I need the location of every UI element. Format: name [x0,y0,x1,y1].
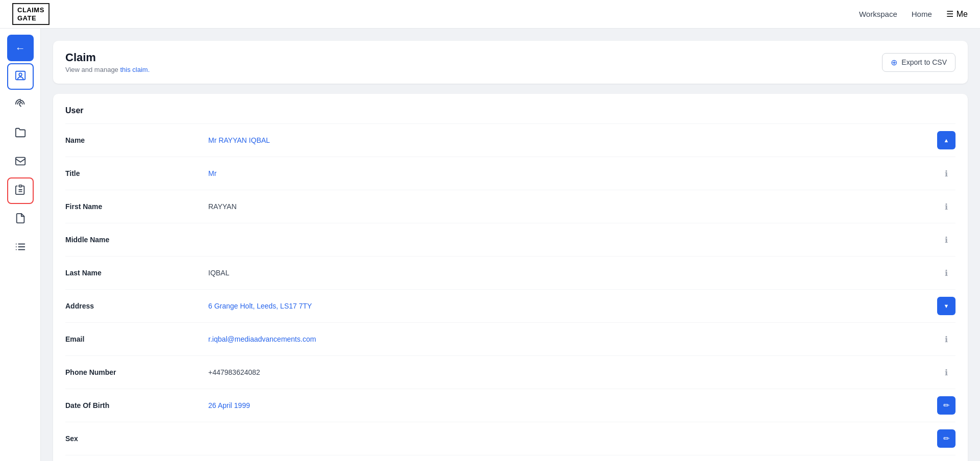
field-label: Date Of Birth [65,401,208,409]
table-row: NameMr RAYYAN IQBAL▲ [65,123,955,157]
chevron-up-button[interactable]: ▲ [937,131,955,149]
sidebar-list-button[interactable] [7,235,34,261]
info-button[interactable]: ℹ [937,197,955,216]
info-button[interactable]: ℹ [937,231,955,249]
sidebar-document-button[interactable] [7,206,34,233]
table-row: First NameRAYYANℹ [65,190,955,223]
chevron-down-button[interactable]: ▼ [937,297,955,315]
field-label: Sex [65,434,208,443]
field-label: Name [65,136,208,144]
field-label: Last Name [65,269,208,277]
sidebar-fingerprint-button[interactable] [7,92,34,118]
sidebar-folder-button[interactable] [7,120,34,147]
table-row: Last NameIQBALℹ [65,256,955,289]
field-value: +447983624082 [208,368,937,376]
info-button[interactable]: ℹ [937,264,955,282]
home-link[interactable]: Home [912,10,932,18]
table-row: Phone Number+447983624082ℹ [65,355,955,389]
export-label: Export to CSV [901,58,947,66]
info-icon: ℹ [945,235,948,245]
table-row: TitleMrℹ [65,157,955,190]
page-header-text: Claim View and manage this claim. [65,51,150,73]
field-value: IQBAL [208,269,937,277]
fingerprint-icon [15,98,26,112]
info-icon: ℹ [945,335,948,344]
nav-links: Workspace Home ☰ Me [859,9,968,19]
field-value: 26 April 1999 [208,401,937,409]
edit-button[interactable]: ✏ [937,429,955,448]
folder-icon [15,127,26,141]
field-value: Mr [208,169,937,177]
export-icon: ⊕ [891,58,897,67]
page-title: Claim [65,51,150,64]
pencil-icon: ✏ [943,401,950,410]
main-content: Claim View and manage this claim. ⊕ Expo… [41,29,980,461]
info-button[interactable]: ℹ [937,164,955,183]
back-icon: ← [15,42,26,54]
hamburger-icon: ☰ [946,9,953,19]
field-label: Address [65,302,208,310]
chevron-up-icon: ▲ [944,137,949,143]
page-subtitle: View and manage this claim. [65,66,150,73]
svg-point-1 [19,73,22,76]
workspace-link[interactable]: Workspace [859,10,897,18]
page-header-card: Claim View and manage this claim. ⊕ Expo… [53,41,968,84]
chevron-down-icon: ▼ [944,303,949,309]
field-label: Middle Name [65,236,208,244]
info-icon: ℹ [945,368,948,377]
logo: CLAIMS GATE [12,3,50,25]
field-value: Mr RAYYAN IQBAL [208,136,937,144]
field-value: RAYYAN [208,202,937,211]
table-row: Middle Nameℹ [65,223,955,256]
fields-container: NameMr RAYYAN IQBAL▲TitleMrℹFirst NameRA… [65,123,955,461]
info-button[interactable]: ℹ [937,363,955,381]
pencil-icon: ✏ [943,434,950,443]
sidebar-contact-button[interactable] [7,63,34,90]
sidebar: ← [0,29,41,461]
sidebar-back-button[interactable]: ← [7,35,34,61]
info-icon: ℹ [945,169,948,178]
sidebar-mail-button[interactable] [7,149,34,175]
export-csv-button[interactable]: ⊕ Export to CSV [882,53,955,72]
me-menu[interactable]: ☰ Me [946,9,968,19]
main-layout: ← [0,0,980,461]
user-section-card: User NameMr RAYYAN IQBAL▲TitleMrℹFirst N… [53,94,968,461]
field-label: Email [65,335,208,343]
info-button[interactable]: ℹ [937,330,955,348]
table-row: Date Of Birth26 April 1999✏ [65,389,955,422]
document-icon [15,213,26,226]
field-value: r.iqbal@mediaadvancements.com [208,335,937,343]
info-icon: ℹ [945,268,948,278]
svg-rect-2 [15,157,24,165]
me-label: Me [957,10,968,19]
table-row: Address6 Grange Holt, Leeds, LS17 7TY▼ [65,289,955,322]
edit-button[interactable]: ✏ [937,396,955,415]
svg-rect-3 [19,185,22,187]
mail-icon [15,156,26,169]
claim-link[interactable]: this claim. [120,66,150,73]
info-icon: ℹ [945,202,948,212]
contact-icon [15,70,26,84]
table-row: Emailr.iqbal@mediaadvancements.comℹ [65,322,955,355]
clipboard-icon [15,184,26,198]
table-row: National Insurance Number✏ [65,455,955,461]
field-label: Phone Number [65,368,208,376]
list-icon [15,241,26,255]
sidebar-clipboard-button[interactable] [7,177,34,204]
field-value: 6 Grange Holt, Leeds, LS17 7TY [208,302,937,310]
table-row: Sex✏ [65,422,955,455]
section-title: User [65,106,955,115]
field-label: First Name [65,202,208,211]
top-navigation: CLAIMS GATE Workspace Home ☰ Me [0,0,980,29]
field-label: Title [65,169,208,177]
